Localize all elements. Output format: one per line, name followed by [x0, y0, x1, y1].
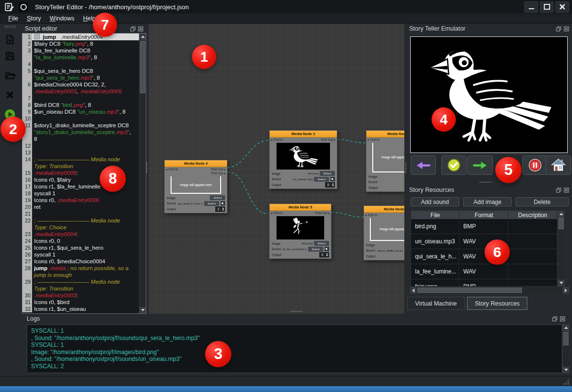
code-row[interactable]: 21: [22, 210, 139, 217]
code-row[interactable]: 31Icons r0, $bird: [22, 299, 139, 306]
port-out[interactable]: Port Out ▸: [211, 168, 225, 171]
close-panel-icon[interactable]: [138, 26, 143, 32]
media-node[interactable]: Media Node 3▸ Port InPort Out ▸Imagebird…: [269, 130, 337, 189]
new-script-button[interactable]: [4, 33, 17, 46]
node-title[interactable]: Media Node: [366, 131, 404, 137]
column-format[interactable]: Format: [460, 211, 508, 219]
code-row[interactable]: 5$qui_sera_le_hero DC8: [22, 68, 139, 74]
select-button[interactable]: Select: [320, 171, 335, 176]
table-row[interactable]: un_oiseau.mp3WAV: [411, 234, 557, 249]
code-row[interactable]: 11$story1_drako_luminelle_sceptre DC8: [22, 122, 139, 129]
node-title[interactable]: Media Node 3: [270, 131, 337, 137]
float-panel-icon[interactable]: [130, 26, 136, 32]
table-row[interactable]: fairy.pngBMP: [411, 279, 557, 286]
splitter-handle[interactable]: [479, 181, 492, 184]
menu-story[interactable]: Story: [22, 15, 45, 22]
media-node[interactable]: Media Node 5▸ Port InPort Out ▸Imagefair…: [269, 204, 331, 259]
code-row[interactable]: 23.mediaEntry0004:: [22, 231, 139, 238]
splitter-handle[interactable]: [146, 162, 148, 173]
code-row[interactable]: 3$la_fee_luminelle DC8: [22, 47, 139, 54]
float-panel-icon[interactable]: [552, 316, 557, 322]
port-in[interactable]: ▸ Port In: [166, 168, 178, 175]
tab-virtual-machine[interactable]: Virtual Machine: [407, 297, 465, 310]
home-button[interactable]: [546, 155, 571, 175]
scroll-left-icon[interactable]: [410, 287, 416, 293]
toolbar-drag-handle[interactable]: [4, 25, 16, 28]
media-node[interactable]: Media Node▸ Port InPort Out ▸Image will …: [366, 130, 404, 192]
code-row[interactable]: 2$fairy DC8 "fairy.png", 8: [22, 40, 139, 47]
code-row[interactable]: 32Icons r1, $un_oiseau: [22, 306, 139, 312]
table-hscrollbar[interactable]: [410, 287, 569, 293]
close-button[interactable]: [555, 1, 569, 13]
select-button[interactable]: Select: [308, 247, 323, 252]
menu-windows[interactable]: Windows: [45, 15, 79, 22]
scroll-up-icon[interactable]: [139, 34, 146, 40]
media-node[interactable]: Media Node 6▸ Port InPort Out ▸Image wil…: [364, 205, 404, 260]
code-row[interactable]: 28jump .media ; no return possible, so a: [22, 265, 139, 272]
speaker-icon[interactable]: [325, 247, 329, 251]
output-spinner[interactable]: 2: [215, 206, 225, 212]
code-row[interactable]: 26syscall 1: [22, 251, 139, 258]
minimize-button[interactable]: [524, 1, 538, 13]
code-row[interactable]: 24Icons r0, 0: [22, 238, 139, 244]
logs-scrollbar[interactable]: [562, 324, 569, 373]
node-title[interactable]: Media Node 6: [364, 206, 404, 213]
close-panel-icon[interactable]: [564, 187, 569, 193]
node-title[interactable]: Media Node 5: [270, 204, 331, 211]
output-spinner[interactable]: 0: [325, 182, 335, 187]
code-row[interactable]: 12: [22, 142, 139, 149]
scroll-down-icon[interactable]: [139, 307, 146, 313]
code-row[interactable]: jump is enough: [22, 272, 139, 278]
column-file[interactable]: File: [411, 211, 460, 219]
scroll-up-icon[interactable]: [558, 211, 564, 217]
code-row[interactable]: 20ret: [22, 204, 139, 210]
port-out[interactable]: Port Out ▸: [321, 138, 335, 142]
add-sound-button[interactable]: Add sound: [411, 197, 459, 206]
scroll-down-icon[interactable]: [558, 280, 564, 286]
port-in[interactable]: ▸ Port In: [365, 213, 377, 217]
code-row[interactable]: 7: [22, 95, 139, 102]
scroll-down-icon[interactable]: [563, 367, 569, 373]
code-row[interactable]: 22; ---------------------------- Media n…: [22, 217, 139, 224]
table-row[interactable]: la_fee_lumine...WAV: [411, 264, 557, 279]
close-panel-icon[interactable]: [560, 316, 565, 322]
code-row[interactable]: .mediaEntry0003, .mediaEntry0005: [22, 88, 139, 95]
select-button[interactable]: Select: [204, 201, 219, 206]
code-row[interactable]: 27Icons r0, $mediaChoice0004: [22, 258, 139, 265]
code-row[interactable]: Type: Transition: [22, 285, 139, 292]
output-spinner[interactable]: 0: [319, 252, 329, 257]
editor-scrollbar[interactable]: [139, 34, 146, 313]
code-row[interactable]: 18syscall 1: [22, 190, 139, 197]
resize-grip[interactable]: [563, 378, 570, 385]
table-scrollbar[interactable]: [557, 211, 564, 286]
code-row[interactable]: 4: [22, 61, 139, 68]
pause-button[interactable]: [522, 155, 548, 175]
splitter-handle[interactable]: [290, 310, 303, 313]
code-row[interactable]: 1jump .mediaEntry0004: [22, 34, 139, 40]
node-title[interactable]: Media Node 4: [165, 160, 227, 167]
tab-story-resources[interactable]: Story Resources: [467, 297, 527, 310]
close-panel-icon[interactable]: [564, 26, 569, 32]
code-row[interactable]: 8$bird DC8 "bird.png", 8: [22, 102, 139, 108]
menu-file[interactable]: File: [4, 15, 22, 22]
code-editor[interactable]: 1jump .mediaEntry00042$fairy DC8 "fairy.…: [22, 33, 146, 314]
select-button[interactable]: Select: [210, 195, 225, 200]
code-row[interactable]: 25Icons r1, $qui_sera_le_hero: [22, 244, 139, 251]
ok-button[interactable]: [441, 155, 467, 175]
code-row[interactable]: 6$mediaChoice0004 DC32, 2,: [22, 81, 139, 88]
port-in[interactable]: ▸ Port In: [271, 138, 283, 142]
back-button[interactable]: [411, 155, 436, 175]
add-image-button[interactable]: Add image: [463, 197, 512, 206]
code-row[interactable]: 30.mediaEntry0003:: [22, 292, 139, 299]
float-panel-icon[interactable]: [556, 187, 561, 193]
column-description[interactable]: Description: [508, 211, 557, 219]
close-project-button[interactable]: [4, 88, 17, 101]
speaker-icon[interactable]: [221, 201, 225, 205]
table-row[interactable]: bird.pngBMP: [411, 219, 557, 234]
code-row[interactable]: "la_fee_luminelle.mp3", 8: [22, 54, 139, 61]
float-panel-icon[interactable]: [556, 26, 561, 32]
port-out[interactable]: Port Out ▸: [315, 211, 329, 215]
maximize-button[interactable]: [540, 1, 554, 13]
code-row[interactable]: 14; ---------------------------- Media n…: [22, 156, 139, 163]
code-row[interactable]: "story1_drako_luminelle_sceptre.mp3",: [22, 129, 139, 136]
